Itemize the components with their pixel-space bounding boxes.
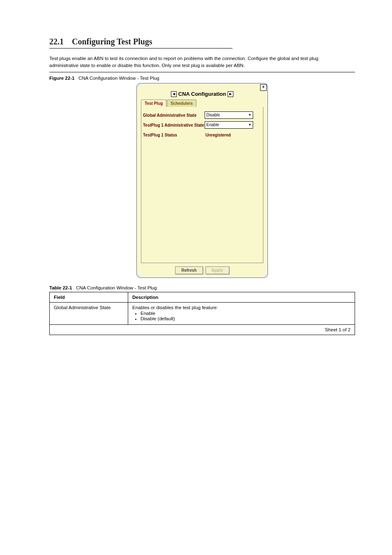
close-icon[interactable]: × [260,84,267,91]
option-list: Enable Disable (default) [141,311,350,321]
figure-label-prefix: Figure 22-1 [49,76,74,81]
window-title-row: ◀ CNA Configuration ▶ [141,91,263,97]
nav-next-button[interactable]: ▶ [228,91,233,97]
table-label-prefix: Table 22-1 [49,285,72,290]
value-tp1-status: Unregistered [205,133,231,137]
sheet-footer: Sheet 1 of 2 [50,325,355,335]
row-global-admin: Global Administrative State Disable ▼ [143,111,261,119]
window-button-row: Refresh Apply [141,266,263,274]
list-item: Disable (default) [141,316,350,321]
label-tp1-admin: TestPlug 1 Administrative State [143,123,205,127]
select-global-admin[interactable]: Disable ▼ [205,111,253,119]
label-global-admin: Global Administrative State [143,113,205,118]
table-row: Sheet 1 of 2 [50,325,355,335]
refresh-button[interactable]: Refresh [175,266,203,274]
nav-prev-button[interactable]: ◀ [171,91,177,97]
table-header-row: Field Description [50,292,355,303]
table-row: Global Administrative State Enables or d… [50,303,355,325]
desc-intro: Enables or disables the test plug featur… [132,305,218,310]
figure-label-rest: CNA Configuration Window - Test Plug [78,76,159,81]
section-number: 22.1 [49,37,64,46]
figure-label: Figure 22-1 CNA Configuration Window - T… [49,76,355,81]
field-description-table: Field Description Global Administrative … [49,292,355,335]
cna-config-window: × ◀ CNA Configuration ▶ Test Plug Schedu… [136,83,268,278]
section-heading: 22.1 Configuring Test Plugs [49,37,355,46]
tab-test-plug[interactable]: Test Plug [141,99,166,107]
th-field: Field [50,292,128,303]
cell-description: Enables or disables the test plug featur… [128,303,355,325]
th-description: Description [128,292,355,303]
table-label: Table 22-1 CNA Configuration Window - Te… [49,285,355,290]
list-item: Enable [141,311,350,316]
select-global-admin-value: Disable [206,112,220,118]
apply-button[interactable]: Apply [205,266,229,274]
cell-field: Global Administrative State [50,303,128,325]
section-rule [49,48,233,49]
select-tp1-admin[interactable]: Enable ▼ [205,121,253,129]
chevron-down-icon: ▼ [248,112,251,118]
intro-paragraph: Test plugs enable an ABN to test its con… [49,55,337,69]
window-title: CNA Configuration [178,91,226,97]
row-tp1-status: TestPlug 1 Status Unregistered [143,131,261,139]
row-tp1-admin: TestPlug 1 Administrative State Enable ▼ [143,121,261,129]
label-tp1-status: TestPlug 1 Status [143,133,205,137]
select-tp1-admin-value: Enable [206,122,219,128]
figure-rule-top [49,72,355,72]
table-label-rest: CNA Configuration Window - Test Plug [76,285,157,290]
section-title-text: Configuring Test Plugs [72,37,152,46]
chevron-down-icon: ▼ [248,122,251,128]
tab-content: Global Administrative State Disable ▼ Te… [141,107,263,263]
tab-schedulers[interactable]: Schedulers [167,99,196,107]
tabs: Test Plug Schedulers [141,99,263,107]
